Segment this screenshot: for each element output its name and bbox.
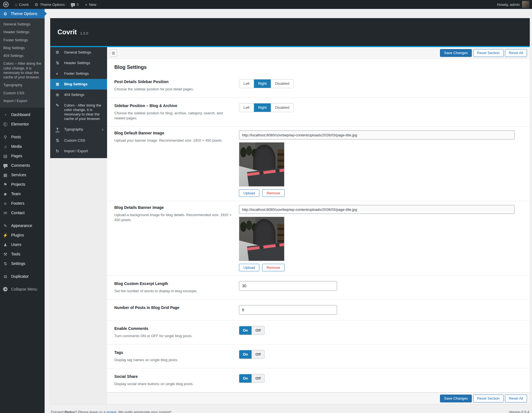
panel-version: 1.0.0: [80, 29, 88, 35]
sidebar-item-tools[interactable]: ⚒Tools: [0, 249, 45, 259]
media-url-field-blog-default-banner-image[interactable]: [239, 131, 514, 139]
sidebar-item-media[interactable]: ♫Media: [0, 142, 45, 151]
panel-nav-label: 404 Settings: [64, 93, 104, 97]
review-link[interactable]: review: [106, 410, 116, 413]
sidebar-item-duplicator[interactable]: ⧉Duplicator: [0, 272, 45, 281]
sync-icon: ↻: [55, 149, 60, 153]
panel-nav-item-404-settings[interactable]: ⊛404 Settings: [50, 90, 107, 100]
reset-section-button[interactable]: Reset Section: [473, 49, 504, 57]
text-field-blog-custom-excerpt-length[interactable]: [239, 281, 337, 291]
admin-sidebar: ⚙ Theme Options General SettingsHeader S…: [0, 9, 45, 413]
toggle-off[interactable]: Off: [252, 326, 264, 335]
sidebar-item-footers[interactable]: ≡Footers: [0, 199, 45, 208]
sidebar-item-theme-options[interactable]: ⚙ Theme Options: [0, 9, 45, 18]
theme-options-submenu: General SettingsHeader SettingsFooter Se…: [0, 18, 45, 108]
buttonset-sidebar-position-blog-archive: LeftRightDisabled: [239, 103, 294, 112]
sidebar-subitem-general-settings[interactable]: General Settings: [0, 20, 45, 28]
sidebar-item-label: Plugins: [11, 233, 24, 237]
sidebar-item-team[interactable]: ☻Team: [0, 189, 45, 199]
panel-nav-item-footer-settings[interactable]: ◐Footer Settings: [50, 68, 107, 79]
admin-bar-new[interactable]: + New: [82, 0, 100, 9]
option-right[interactable]: Right: [254, 103, 271, 112]
menu-separator: [0, 218, 45, 221]
field-sidebar-position-blog-archive: Sidebar Position – Blog & ArchiveChoose …: [107, 98, 530, 127]
field-control: OnOff: [239, 326, 521, 335]
expand-options-button[interactable]: ▥: [110, 49, 117, 57]
panel-nav-item-import-export[interactable]: ↻Import / Export: [50, 146, 107, 156]
sidebar-item-plugins[interactable]: ⚡Plugins: [0, 230, 45, 240]
panel-nav-item-blog-settings[interactable]: ≣Blog Settings: [50, 79, 107, 90]
panel-content: ▥ Save ChangesReset SectionReset All Blo…: [107, 47, 530, 404]
cogs-icon: ⚙: [55, 50, 60, 55]
sidebar-item-posts[interactable]: ⚲Posts: [0, 132, 45, 142]
sidebar-subitem-import-export[interactable]: Import / Export: [0, 97, 45, 105]
option-right[interactable]: Right: [254, 79, 271, 88]
sidebar-subitem-custom-css[interactable]: Custom CSS: [0, 89, 45, 97]
toggle-off[interactable]: Off: [252, 350, 264, 359]
sidebar-item-appearance[interactable]: ✎Appearance: [0, 221, 45, 230]
field-label-block: TagsDisplay tag names on single blog pos…: [114, 350, 239, 363]
sidebar-subitem-colors-after-doing-the-color-change-it-is-necessary-to-clear-the-cache-of-your-browser[interactable]: Colors – After doing the color change, i…: [0, 60, 45, 81]
panel-nav-item-colors[interactable]: ✎Colors - After doing the color change, …: [50, 100, 107, 124]
field-label: Blog Default Banner Image: [114, 131, 233, 136]
sidebar-item-label: Posts: [11, 135, 21, 139]
text-field-number-of-posts-in-blog-grid-page[interactable]: [239, 305, 337, 315]
panel-nav-item-typography[interactable]: TTypography∨: [50, 124, 107, 135]
save-changes-button[interactable]: Save Changes: [440, 395, 471, 402]
field-description: Upload your banner image. Recommended si…: [114, 138, 233, 143]
upload-button[interactable]: Upload: [239, 189, 259, 197]
sidebar-item-collapse-menu[interactable]: ◀Collapse Menu: [0, 284, 45, 294]
admin-bar-theme-options[interactable]: ⚙ Theme Options: [32, 0, 68, 9]
sidebar-item-label: Team: [11, 192, 21, 196]
user-avatar[interactable]: [522, 1, 529, 8]
sidebar-item-label: Elementor: [11, 122, 29, 126]
panel-nav-item-custom-css[interactable]: ⇅Custom CSS: [50, 135, 107, 146]
sidebar-item-label: Duplicator: [11, 274, 29, 279]
remove-button[interactable]: Remove: [262, 264, 284, 271]
panel-header: Covrit 1.0.0: [50, 18, 530, 47]
option-disabled[interactable]: Disabled: [271, 79, 294, 88]
option-disabled[interactable]: Disabled: [271, 103, 294, 112]
sidebar-item-users[interactable]: ♟Users: [0, 240, 45, 249]
toggle-off[interactable]: Off: [252, 374, 264, 383]
media-url-field-blog-details-banner-image[interactable]: [239, 205, 514, 214]
field-label: Tags: [114, 350, 233, 355]
sidebar-subitem-header-settings[interactable]: Header Settings: [0, 28, 45, 36]
sidebar-subitem-typography[interactable]: Typography: [0, 81, 45, 89]
field-label-block: Blog Custom Excerpt LengthSet the number…: [114, 281, 239, 294]
sidebar-item-label: Comments: [11, 163, 30, 168]
panel-nav-item-header-settings[interactable]: ⇅Header Settings: [50, 58, 107, 68]
settings-icon: ⇅: [2, 262, 8, 266]
toggle-on[interactable]: On: [239, 374, 252, 383]
footer-text-pre: Enjoyed: [51, 410, 64, 413]
sidebar-item-elementor[interactable]: ⒺElementor: [0, 119, 45, 129]
site-name-link[interactable]: ⌂ Covrit: [12, 0, 32, 9]
sidebar-item-contact[interactable]: ✉Contact: [0, 208, 45, 218]
admin-bar-comments[interactable]: 0: [68, 0, 82, 9]
howdy-label: Howdy, admin: [497, 3, 520, 7]
panel-nav-item-general-settings[interactable]: ⚙General Settings: [50, 47, 107, 58]
sidebar-item-dashboard[interactable]: ◔Dashboard: [0, 110, 45, 119]
sidebar-item-projects[interactable]: ⚑Projects: [0, 180, 45, 189]
toggle-on[interactable]: On: [239, 350, 252, 359]
panel-nav-label: Blog Settings: [64, 82, 104, 86]
sidebar-item-pages[interactable]: ▤Pages: [0, 151, 45, 161]
sidebar-item-settings[interactable]: ⇅Settings: [0, 259, 45, 268]
comment-count: 0: [77, 3, 79, 7]
option-left[interactable]: Left: [239, 79, 254, 88]
sidebar-subitem-404-settings[interactable]: 404 Settings: [0, 52, 45, 60]
reset-all-button[interactable]: Reset All: [505, 395, 527, 402]
reset-section-button[interactable]: Reset Section: [473, 395, 504, 402]
sidebar-item-services[interactable]: ▦Services: [0, 170, 45, 180]
toggle-on[interactable]: On: [239, 326, 252, 335]
reset-all-button[interactable]: Reset All: [505, 49, 527, 57]
sidebar-subitem-blog-settings[interactable]: Blog Settings: [0, 44, 45, 52]
admin-bar-account[interactable]: Howdy, admin: [497, 1, 532, 8]
sidebar-item-comments[interactable]: Comments: [0, 161, 45, 170]
wp-logo-menu[interactable]: W: [0, 0, 12, 9]
upload-button[interactable]: Upload: [239, 264, 259, 271]
save-changes-button[interactable]: Save Changes: [440, 49, 471, 57]
option-left[interactable]: Left: [239, 103, 254, 112]
remove-button[interactable]: Remove: [262, 189, 284, 197]
sidebar-subitem-footer-settings[interactable]: Footer Settings: [0, 36, 45, 44]
